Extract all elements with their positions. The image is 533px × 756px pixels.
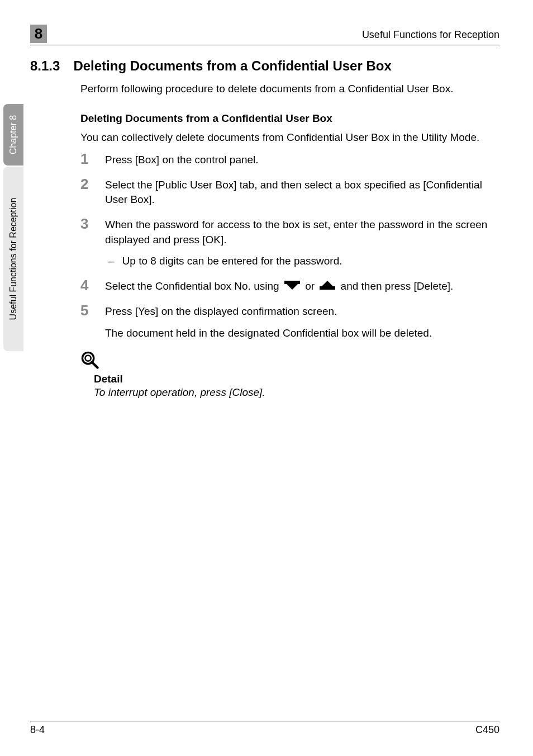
running-head: Useful Functions for Reception <box>362 29 499 41</box>
sub-intro: You can collectively delete documents fr… <box>30 130 499 145</box>
magnifier-icon <box>80 351 99 370</box>
step-text-mid: or <box>305 280 317 292</box>
section-title: Deleting Documents from a Confidential U… <box>73 58 391 74</box>
side-tab-section-label: Useful Functions for Reception <box>8 198 18 320</box>
step-item: 3 When the password for access to the bo… <box>80 218 499 269</box>
detail-block: Detail To interrupt operation, press [Cl… <box>30 351 499 399</box>
step-text-pre: Select the Confidential box No. using <box>105 280 282 292</box>
step-body: When the password for access to the box … <box>105 218 499 269</box>
svg-marker-2 <box>322 281 333 286</box>
step-text: Press [Box] on the control panel. <box>105 153 499 168</box>
footer-rule <box>30 721 499 721</box>
step-item: 5 Press [Yes] on the displayed confirmat… <box>80 304 499 341</box>
step-text: When the password for access to the box … <box>105 219 487 245</box>
step-text: Press [Yes] on the displayed confirmatio… <box>105 305 337 317</box>
section-number: 8.1.3 <box>30 58 60 74</box>
svg-point-5 <box>85 356 91 361</box>
svg-marker-1 <box>287 284 298 290</box>
model-name: C450 <box>475 724 499 736</box>
section-heading: 8.1.3 Deleting Documents from a Confiden… <box>30 58 499 74</box>
section-intro: Perform following procedure to delete do… <box>30 82 499 97</box>
step-item: 2 Select the [Public User Box] tab, and … <box>80 178 499 207</box>
step-item: 1 Press [Box] on the control panel. <box>80 153 499 168</box>
side-tab-chapter: Chapter 8 <box>3 104 23 166</box>
chapter-number: 8 <box>35 25 42 42</box>
svg-rect-0 <box>284 281 300 284</box>
step-text-post: and then press [Delete]. <box>341 280 454 292</box>
arrow-up-icon <box>320 279 335 294</box>
step-body: Press [Yes] on the displayed confirmatio… <box>105 304 499 341</box>
bullet-dash: – <box>108 254 115 269</box>
svg-rect-3 <box>320 286 335 290</box>
steps-list: 1 Press [Box] on the control panel. 2 Se… <box>30 153 499 341</box>
step-number: 3 <box>80 216 92 231</box>
page-number: 8-4 <box>30 724 45 736</box>
sub-heading: Deleting Documents from a Confidential U… <box>30 112 499 125</box>
step-result: The document held in the designated Conf… <box>105 326 499 341</box>
arrow-down-icon <box>284 279 300 294</box>
header-rule <box>30 45 499 45</box>
step-item: 4 Select the Confidential box No. using … <box>80 279 499 294</box>
chapter-badge: 8 <box>30 25 47 43</box>
step-number: 5 <box>80 303 92 318</box>
step-body: Select the Confidential box No. using or… <box>105 279 499 294</box>
svg-line-6 <box>92 362 97 368</box>
side-tab-chapter-label: Chapter 8 <box>8 115 18 154</box>
detail-label: Detail <box>80 373 499 385</box>
step-number: 1 <box>80 152 92 166</box>
content-area: 8.1.3 Deleting Documents from a Confiden… <box>30 58 499 399</box>
step-text: Select the [Public User Box] tab, and th… <box>105 178 499 207</box>
step-number: 4 <box>80 278 92 292</box>
step-number: 2 <box>80 177 92 191</box>
bullet-text: Up to 8 digits can be entered for the pa… <box>122 254 342 269</box>
side-tab-section: Useful Functions for Reception <box>3 167 23 351</box>
detail-text: To interrupt operation, press [Close]. <box>80 386 499 399</box>
step-bullet: – Up to 8 digits can be entered for the … <box>108 254 499 269</box>
